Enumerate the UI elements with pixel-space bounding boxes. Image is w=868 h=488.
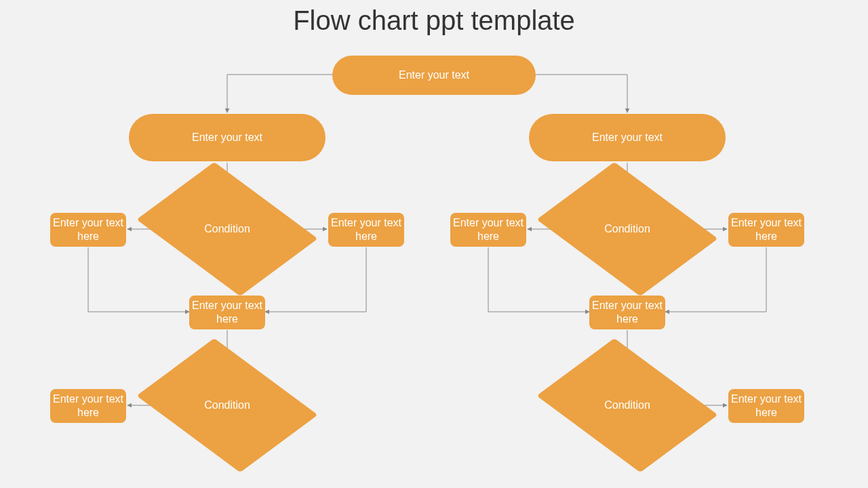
flow-node-right-box-l: Enter your text here [450, 213, 526, 247]
flow-node-left-box-l: Enter your text here [50, 213, 126, 247]
flow-node-left-terminator: Enter your text [129, 114, 326, 161]
flow-node-right-bottom-box: Enter your text here [728, 389, 804, 423]
flow-node-left-bottom-box: Enter your text here [50, 389, 126, 423]
flow-node-right-mid: Enter your text here [589, 296, 665, 329]
flow-node-right-condition-1: Condition [573, 188, 682, 270]
flow-node-right-terminator: Enter your text [529, 114, 726, 161]
flow-node-right-condition-2: Condition [573, 365, 682, 446]
flow-node-left-condition-2: Condition [173, 365, 281, 446]
flow-node-top: Enter your text [332, 56, 536, 95]
flow-node-left-condition-1: Condition [173, 188, 281, 270]
page-title: Flow chart ppt template [0, 5, 868, 36]
flow-node-left-mid: Enter your text here [189, 296, 265, 329]
flow-node-left-box-r: Enter your text here [328, 213, 404, 247]
flow-node-right-box-r: Enter your text here [728, 213, 804, 247]
